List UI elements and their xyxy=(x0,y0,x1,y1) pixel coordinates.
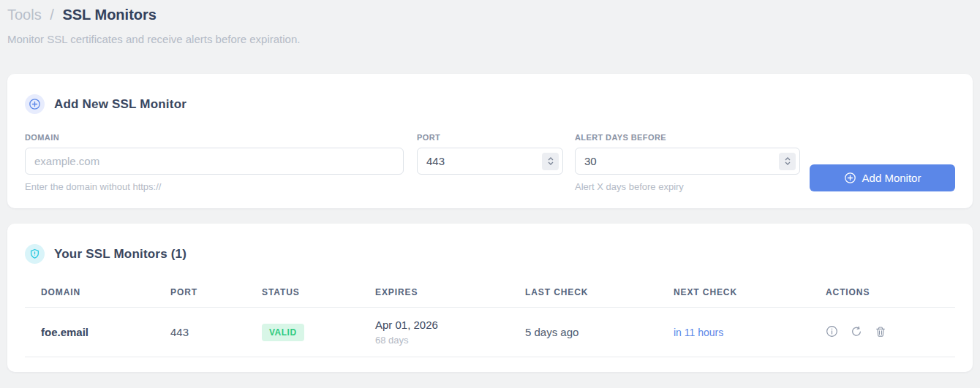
alert-days-field-group: ALERT DAYS BEFORE Alert X days before ex… xyxy=(575,133,800,192)
add-monitor-form: DOMAIN Enter the domain without https://… xyxy=(25,133,955,192)
table-header-row: DOMAIN PORT STATUS EXPIRES LAST CHECK NE… xyxy=(25,287,955,308)
info-button[interactable] xyxy=(826,325,838,338)
refresh-icon xyxy=(851,326,862,338)
add-monitor-button-label: Add Monitor xyxy=(862,172,921,184)
chevron-up-icon xyxy=(548,157,554,161)
breadcrumb-separator: / xyxy=(50,7,54,23)
domain-label: DOMAIN xyxy=(25,133,404,142)
page-title: SSL Monitors xyxy=(62,7,157,23)
alert-days-label: ALERT DAYS BEFORE xyxy=(575,133,800,142)
page-subtitle: Monitor SSL certificates and receive ale… xyxy=(7,33,973,45)
table-row: foe.email 443 VALID Apr 01, 2026 68 days… xyxy=(25,308,955,357)
monitors-table: DOMAIN PORT STATUS EXPIRES LAST CHECK NE… xyxy=(25,287,955,357)
domain-helper-text: Enter the domain without https:// xyxy=(25,181,404,192)
trash-icon xyxy=(875,326,886,338)
cell-domain: foe.email xyxy=(25,308,154,357)
col-header-next-check: NEXT CHECK xyxy=(657,287,810,308)
shield-icon xyxy=(25,244,45,264)
domain-field-group: DOMAIN Enter the domain without https:// xyxy=(25,133,404,192)
domain-input[interactable] xyxy=(25,148,404,175)
port-label: PORT xyxy=(417,133,563,142)
add-card-header: Add New SSL Monitor xyxy=(25,94,955,114)
expires-date: Apr 01, 2026 xyxy=(375,319,509,331)
add-monitor-card: Add New SSL Monitor DOMAIN Enter the dom… xyxy=(7,74,973,208)
page: Tools / SSL Monitors Monitor SSL certifi… xyxy=(0,0,980,372)
monitors-card: Your SSL Monitors (1) DOMAIN PORT STATUS… xyxy=(7,224,973,372)
chevron-up-icon xyxy=(785,157,791,161)
alert-days-helper-text: Alert X days before expiry xyxy=(575,181,800,192)
add-card-title: Add New SSL Monitor xyxy=(54,97,186,112)
breadcrumb: Tools / SSL Monitors xyxy=(7,0,973,23)
col-header-actions: ACTIONS xyxy=(810,287,955,308)
expires-days-remaining: 68 days xyxy=(375,335,509,346)
plus-circle-icon xyxy=(844,172,856,184)
chevron-down-icon xyxy=(548,161,554,165)
col-header-status: STATUS xyxy=(246,287,359,308)
add-monitor-button[interactable]: Add Monitor xyxy=(810,164,955,191)
cell-port: 443 xyxy=(154,308,246,357)
col-header-port: PORT xyxy=(154,287,246,308)
alert-days-stepper[interactable] xyxy=(779,153,796,170)
col-header-domain: DOMAIN xyxy=(25,287,154,308)
cell-actions xyxy=(810,308,955,357)
refresh-button[interactable] xyxy=(851,326,862,338)
cell-expires: Apr 01, 2026 68 days xyxy=(359,308,509,357)
plus-circle-icon xyxy=(25,94,45,114)
port-stepper[interactable] xyxy=(542,153,559,170)
delete-button[interactable] xyxy=(875,326,886,338)
breadcrumb-tools-link[interactable]: Tools xyxy=(7,7,42,23)
cell-status: VALID xyxy=(246,308,359,357)
port-field-group: PORT xyxy=(417,133,563,175)
col-header-last-check: LAST CHECK xyxy=(509,287,657,308)
port-input[interactable] xyxy=(417,148,563,175)
cell-last-check: 5 days ago xyxy=(509,308,657,357)
cell-next-check: in 11 hours xyxy=(657,308,810,357)
monitors-card-title: Your SSL Monitors (1) xyxy=(54,247,186,262)
status-badge: VALID xyxy=(262,324,304,341)
info-icon xyxy=(826,325,838,338)
chevron-down-icon xyxy=(785,161,791,165)
alert-days-input[interactable] xyxy=(575,148,800,175)
col-header-expires: EXPIRES xyxy=(359,287,509,308)
monitors-card-header: Your SSL Monitors (1) xyxy=(25,244,955,264)
